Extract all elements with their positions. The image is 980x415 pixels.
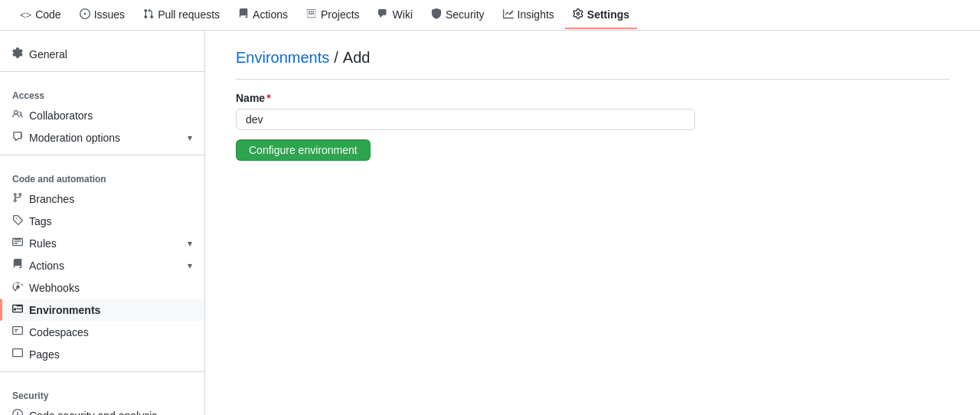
moderation-icon — [12, 131, 23, 144]
sidebar-item-webhooks[interactable]: Webhooks — [0, 276, 204, 299]
actions-icon — [238, 8, 249, 21]
sidebar-label-general: General — [29, 48, 67, 60]
sidebar-divider-3 — [0, 371, 204, 372]
collaborators-icon — [12, 109, 23, 122]
moderation-chevron: ▾ — [188, 132, 192, 143]
sidebar-item-moderation[interactable]: Moderation options ▾ — [0, 126, 204, 149]
main-layout: General Access Collaborators Moderation … — [0, 31, 980, 415]
environment-form: Name* Configure environment — [236, 92, 695, 161]
sidebar-label-environments: Environments — [29, 304, 100, 316]
sidebar-item-general[interactable]: General — [0, 43, 204, 65]
nav-item-actions[interactable]: Actions — [230, 2, 296, 29]
breadcrumb-separator: / — [334, 49, 338, 67]
sidebar-item-rules[interactable]: Rules ▾ — [0, 232, 204, 254]
sidebar-section-access: Access — [0, 78, 204, 104]
actions-chevron: ▾ — [188, 260, 192, 271]
security-icon — [431, 8, 442, 21]
configure-environment-button[interactable]: Configure environment — [236, 139, 371, 161]
nav-item-security[interactable]: Security — [423, 2, 492, 29]
projects-icon — [306, 8, 317, 21]
breadcrumb-current: Add — [343, 49, 371, 67]
insights-icon — [503, 8, 514, 21]
code-security-icon — [12, 409, 23, 415]
general-icon — [12, 47, 23, 60]
nav-label-actions: Actions — [253, 8, 288, 21]
sidebar-divider-1 — [0, 71, 204, 72]
nav-label-projects: Projects — [321, 8, 360, 21]
environments-icon — [12, 303, 23, 316]
sidebar-item-environments[interactable]: Environments — [0, 299, 204, 321]
environment-name-input[interactable] — [236, 109, 695, 130]
sidebar-item-tags[interactable]: Tags — [0, 210, 204, 232]
nav-label-insights: Insights — [518, 8, 554, 21]
wiki-icon — [378, 8, 389, 21]
branches-icon — [12, 192, 23, 205]
pages-icon — [12, 348, 23, 361]
sidebar-label-moderation: Moderation options — [29, 132, 120, 144]
code-icon: <> — [20, 9, 31, 21]
issues-icon — [80, 8, 90, 21]
nav-item-code[interactable]: <> Code — [12, 2, 69, 28]
breadcrumb-link-environments[interactable]: Environments — [236, 49, 329, 67]
sidebar-label-tags: Tags — [29, 215, 52, 227]
nav-label-issues: Issues — [94, 8, 125, 21]
nav-item-insights[interactable]: Insights — [495, 2, 562, 29]
sidebar-label-collaborators: Collaborators — [29, 109, 93, 122]
sidebar-label-pages: Pages — [29, 348, 60, 361]
pullrequest-icon — [143, 8, 154, 21]
top-nav: <> Code Issues Pull requests Actions Pro… — [0, 0, 980, 31]
rules-chevron: ▾ — [188, 238, 192, 249]
sidebar-item-code-security[interactable]: Code security and analysis — [0, 404, 204, 415]
required-indicator: * — [266, 92, 270, 104]
sidebar-label-codespaces: Codespaces — [29, 326, 89, 338]
nav-item-projects[interactable]: Projects — [299, 2, 368, 29]
nav-label-security: Security — [446, 8, 485, 21]
codespaces-icon — [12, 325, 23, 338]
sidebar-label-rules: Rules — [29, 237, 57, 250]
nav-item-settings[interactable]: Settings — [565, 2, 637, 29]
sidebar-item-actions[interactable]: Actions ▾ — [0, 254, 204, 276]
breadcrumb: Environments / Add — [236, 49, 949, 80]
name-label: Name* — [236, 92, 695, 104]
main-content: Environments / Add Name* Configure envir… — [205, 31, 980, 415]
sidebar-item-collaborators[interactable]: Collaborators — [0, 104, 204, 126]
nav-label-code: Code — [35, 8, 60, 21]
webhooks-icon — [12, 281, 23, 294]
nav-label-pullrequests: Pull requests — [158, 8, 220, 21]
nav-label-wiki: Wiki — [393, 8, 413, 21]
name-label-text: Name — [236, 92, 265, 104]
nav-label-settings: Settings — [587, 8, 629, 21]
sidebar-item-branches[interactable]: Branches — [0, 188, 204, 210]
sidebar-label-webhooks: Webhooks — [29, 282, 80, 294]
settings-icon — [573, 8, 583, 21]
tags-icon — [12, 214, 23, 227]
rules-icon — [12, 237, 23, 250]
sidebar: General Access Collaborators Moderation … — [0, 31, 205, 415]
nav-item-issues[interactable]: Issues — [72, 2, 132, 29]
sidebar-item-pages[interactable]: Pages — [0, 343, 204, 365]
sidebar-label-branches: Branches — [29, 193, 74, 205]
actions-sidebar-icon — [12, 259, 23, 272]
nav-item-pullrequests[interactable]: Pull requests — [136, 2, 227, 29]
sidebar-label-code-security: Code security and analysis — [29, 410, 157, 416]
sidebar-section-security: Security — [0, 378, 204, 404]
nav-item-wiki[interactable]: Wiki — [371, 2, 420, 29]
sidebar-section-code-automation: Code and automation — [0, 162, 204, 188]
sidebar-item-codespaces[interactable]: Codespaces — [0, 321, 204, 343]
sidebar-divider-2 — [0, 155, 204, 155]
sidebar-label-actions: Actions — [29, 260, 64, 272]
